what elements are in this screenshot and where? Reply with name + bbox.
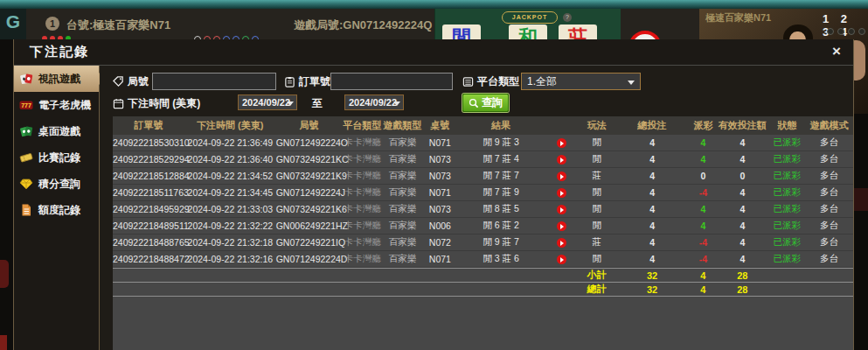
sidebar-item-label: 桌面遊戲 <box>38 124 80 139</box>
cell-play: 莊 <box>580 236 615 248</box>
bet-area: JACKPOT ? 閒 和 莊 <box>434 9 621 39</box>
cell-payout: -4 <box>691 237 717 248</box>
cell-platform: 卡卡灣廳 <box>343 253 383 265</box>
table-body: 2409222185303102024-09-22 21:36:49GN0712… <box>113 135 853 297</box>
sidebar-item-3[interactable]: 桌面遊戲 <box>14 118 99 144</box>
cell-platform: 卡卡灣廳 <box>343 236 383 248</box>
cell-game: 百家樂 <box>383 186 423 199</box>
cell-payout: 0 <box>691 171 717 181</box>
cell-bet: 4 <box>615 254 691 264</box>
search-button[interactable]: 查詢 <box>462 94 509 112</box>
replay-icon[interactable] <box>557 238 566 248</box>
platform-type-select[interactable]: 1.全部 <box>521 73 641 90</box>
cell-valid: 4 <box>716 137 768 148</box>
cell-time: 2024-09-22 21:33:03 <box>184 204 276 214</box>
replay-icon[interactable] <box>557 138 566 148</box>
cell-order: 240922218529294 <box>113 154 184 164</box>
column-header-table_no: 桌號 <box>422 116 457 135</box>
cell-mode: 多台 <box>805 186 853 199</box>
total-row: 總計32428 <box>113 282 853 297</box>
cell-payout: -4 <box>691 254 717 264</box>
replay-icon[interactable] <box>557 188 566 198</box>
cell-table_no: N073 <box>422 171 457 181</box>
date-to-select[interactable]: 2024/09/22 <box>344 94 404 110</box>
total-play: 總計 <box>580 283 615 296</box>
order-number-input[interactable] <box>330 73 453 90</box>
chevron-down-icon <box>287 102 294 109</box>
cell-payout: 4 <box>691 137 717 148</box>
search-icon <box>469 98 479 108</box>
round-number-input[interactable] <box>152 73 276 90</box>
cell-time: 2024-09-22 21:36:40 <box>184 154 276 164</box>
cell-order: 240922218488765 <box>113 237 184 248</box>
sidebar-item-6[interactable]: 額度記錄 <box>14 197 99 223</box>
cell-valid: 4 <box>716 154 768 164</box>
right-background-strip <box>854 114 868 350</box>
cell-round: GN073249221K9 <box>276 171 343 181</box>
subtotal-bet: 32 <box>615 270 691 281</box>
replay-icon[interactable] <box>557 155 566 164</box>
left-background-strip <box>0 39 13 350</box>
cell-platform: 卡卡灣廳 <box>343 153 383 165</box>
cell-platform: 卡卡灣廳 <box>343 170 383 182</box>
total-valid: 28 <box>716 284 768 295</box>
sidebar-item-5[interactable]: 積分查詢 <box>14 171 99 197</box>
cell-table_no: N071 <box>422 254 457 264</box>
cell-play: 莊 <box>580 170 615 182</box>
modal-titlebar: 下注記錄 × <box>14 39 853 66</box>
subtotal-payout: 4 <box>690 270 716 281</box>
cell-round: GN0712492224J <box>276 187 343 198</box>
table-filler <box>113 297 853 350</box>
bet-records-table: 訂單號下注時間 (美東)局號平台類型遊戲類型桌號結果玩法總投注派彩有效投注額狀態… <box>113 116 853 350</box>
cell-round: GN073249221K6 <box>276 204 343 214</box>
cell-replay <box>545 237 580 248</box>
modal-content: 局號 訂單號 平台類型 1.全部 <box>100 66 853 350</box>
column-header-play: 玩法 <box>580 116 615 135</box>
cell-game: 百家樂 <box>383 170 423 182</box>
cell-game: 百家樂 <box>383 203 423 215</box>
replay-icon[interactable] <box>557 205 566 214</box>
cell-bet: 4 <box>615 204 691 214</box>
sidebar-item-1[interactable]: 視訊遊戲 <box>14 66 99 92</box>
cell-bet: 4 <box>615 237 691 248</box>
cell-valid: 4 <box>716 254 768 264</box>
cell-order: 240922218511763 <box>113 187 184 198</box>
cell-mode: 多台 <box>805 203 853 215</box>
cell-replay <box>545 204 580 215</box>
replay-icon[interactable] <box>557 255 566 264</box>
sidebar-item-2[interactable]: 777電子老虎機 <box>14 92 99 118</box>
cell-result: 閒 3 莊 6 <box>457 253 545 265</box>
cell-result: 閒 8 莊 5 <box>457 203 545 215</box>
cell-result: 閒 7 莊 9 <box>457 186 545 199</box>
table-row: 2409222184895112024-09-22 21:32:22GN0062… <box>113 218 853 234</box>
cell-round: GN073249221KC <box>276 154 343 164</box>
cell-table_no: N073 <box>422 154 457 164</box>
cell-bet: 4 <box>615 137 691 148</box>
cell-mode: 多台 <box>805 253 853 265</box>
total-payout: 4 <box>690 284 716 295</box>
cell-payout: -4 <box>691 187 717 198</box>
cell-replay <box>545 187 580 199</box>
sidebar-item-4[interactable]: 比賽記錄 <box>14 144 99 171</box>
video-table-label: 極速百家樂N71 <box>705 11 771 24</box>
cell-platform: 卡卡灣廳 <box>343 203 383 215</box>
cell-table_no: N073 <box>422 204 457 214</box>
help-icon: ? <box>563 13 572 22</box>
close-icon[interactable]: × <box>832 42 841 61</box>
column-header-result: 結果 <box>457 116 545 135</box>
cell-valid: 4 <box>716 237 768 248</box>
cell-play: 閒 <box>580 186 615 199</box>
replay-icon[interactable] <box>557 221 566 231</box>
date-from-select[interactable]: 2024/09/22 <box>238 94 297 110</box>
cell-table_no: N006 <box>422 220 457 231</box>
background-fragment <box>854 188 868 211</box>
column-header-time: 下注時間 (美東) <box>184 116 276 135</box>
cell-mode: 多台 <box>805 220 853 232</box>
cell-game: 百家樂 <box>383 236 423 248</box>
cell-status: 已派彩 <box>768 220 805 232</box>
replay-icon[interactable] <box>557 172 566 181</box>
column-header-status: 狀態 <box>768 116 805 135</box>
cell-valid: 0 <box>716 171 768 181</box>
cell-result: 閒 6 莊 2 <box>457 220 545 232</box>
cell-game: 百家樂 <box>383 153 423 165</box>
